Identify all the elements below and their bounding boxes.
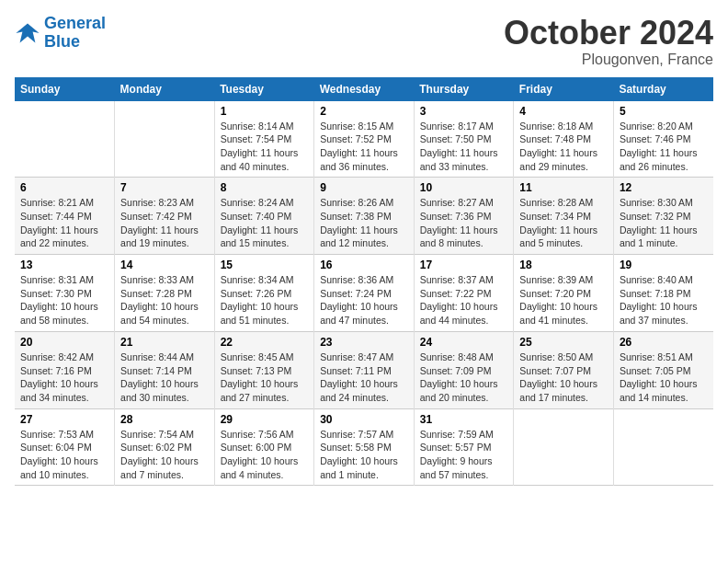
calendar-cell <box>613 408 713 486</box>
day-info: Sunrise: 8:44 AM Sunset: 7:14 PM Dayligh… <box>120 350 209 405</box>
month-title: October 2024 <box>504 15 713 52</box>
calendar-week-row: 13Sunrise: 8:31 AM Sunset: 7:30 PM Dayli… <box>15 255 713 332</box>
day-info: Sunrise: 8:51 AM Sunset: 7:05 PM Dayligh… <box>620 350 708 405</box>
day-number: 18 <box>519 259 608 271</box>
column-header-tuesday: Tuesday <box>214 77 314 101</box>
day-info: Sunrise: 8:48 AM Sunset: 7:09 PM Dayligh… <box>420 350 508 405</box>
column-header-wednesday: Wednesday <box>314 77 415 101</box>
calendar-cell <box>514 408 614 486</box>
day-info: Sunrise: 7:56 AM Sunset: 6:00 PM Dayligh… <box>221 428 309 482</box>
calendar-cell: 25Sunrise: 8:50 AM Sunset: 7:07 PM Dayli… <box>514 331 614 408</box>
day-number: 11 <box>519 181 608 194</box>
day-number: 21 <box>120 336 209 349</box>
calendar-cell: 13Sunrise: 8:31 AM Sunset: 7:30 PM Dayli… <box>15 255 115 332</box>
calendar-cell: 12Sunrise: 8:30 AM Sunset: 7:32 PM Dayli… <box>613 178 713 255</box>
day-number: 5 <box>620 105 708 118</box>
calendar-cell: 4Sunrise: 8:18 AM Sunset: 7:48 PM Daylig… <box>514 101 614 178</box>
day-number: 1 <box>221 105 309 118</box>
calendar-cell <box>15 101 115 178</box>
column-header-monday: Monday <box>115 77 215 101</box>
day-info: Sunrise: 8:21 AM Sunset: 7:44 PM Dayligh… <box>20 196 108 250</box>
day-info: Sunrise: 7:54 AM Sunset: 6:02 PM Dayligh… <box>120 428 209 482</box>
day-info: Sunrise: 8:28 AM Sunset: 7:34 PM Dayligh… <box>519 196 608 250</box>
calendar-cell: 23Sunrise: 8:47 AM Sunset: 7:11 PM Dayli… <box>314 331 415 408</box>
day-info: Sunrise: 8:50 AM Sunset: 7:07 PM Dayligh… <box>519 350 608 405</box>
day-info: Sunrise: 7:59 AM Sunset: 5:57 PM Dayligh… <box>420 428 508 482</box>
calendar-cell: 10Sunrise: 8:27 AM Sunset: 7:36 PM Dayli… <box>414 178 514 255</box>
calendar-header-row: SundayMondayTuesdayWednesdayThursdayFrid… <box>15 77 713 101</box>
calendar-week-row: 1Sunrise: 8:14 AM Sunset: 7:54 PM Daylig… <box>15 101 713 178</box>
calendar-cell: 18Sunrise: 8:39 AM Sunset: 7:20 PM Dayli… <box>514 255 614 332</box>
day-info: Sunrise: 8:33 AM Sunset: 7:28 PM Dayligh… <box>120 273 209 327</box>
calendar-week-row: 27Sunrise: 7:53 AM Sunset: 6:04 PM Dayli… <box>15 408 713 486</box>
day-info: Sunrise: 8:30 AM Sunset: 7:32 PM Dayligh… <box>620 196 708 250</box>
location: Plougonven, France <box>504 52 713 68</box>
page-header: General Blue October 2024 Plougonven, Fr… <box>15 15 713 68</box>
calendar-cell: 31Sunrise: 7:59 AM Sunset: 5:57 PM Dayli… <box>414 408 514 486</box>
day-info: Sunrise: 8:23 AM Sunset: 7:42 PM Dayligh… <box>120 196 209 250</box>
calendar-week-row: 6Sunrise: 8:21 AM Sunset: 7:44 PM Daylig… <box>15 178 713 255</box>
calendar-cell: 3Sunrise: 8:17 AM Sunset: 7:50 PM Daylig… <box>414 101 514 178</box>
day-info: Sunrise: 8:18 AM Sunset: 7:48 PM Dayligh… <box>519 120 608 174</box>
calendar-cell: 29Sunrise: 7:56 AM Sunset: 6:00 PM Dayli… <box>214 408 314 486</box>
day-info: Sunrise: 8:14 AM Sunset: 7:54 PM Dayligh… <box>221 120 309 174</box>
day-number: 3 <box>420 105 508 118</box>
logo: General Blue <box>15 15 106 52</box>
day-number: 9 <box>320 181 408 194</box>
day-number: 28 <box>120 413 209 426</box>
day-info: Sunrise: 8:26 AM Sunset: 7:38 PM Dayligh… <box>320 196 408 250</box>
day-number: 30 <box>320 413 408 426</box>
day-number: 17 <box>420 259 508 271</box>
calendar-cell: 19Sunrise: 8:40 AM Sunset: 7:18 PM Dayli… <box>613 255 713 332</box>
day-info: Sunrise: 8:24 AM Sunset: 7:40 PM Dayligh… <box>221 196 309 250</box>
day-number: 14 <box>120 259 209 271</box>
calendar-cell: 26Sunrise: 8:51 AM Sunset: 7:05 PM Dayli… <box>613 331 713 408</box>
day-info: Sunrise: 8:39 AM Sunset: 7:20 PM Dayligh… <box>519 273 608 327</box>
day-number: 31 <box>420 413 508 426</box>
day-number: 25 <box>519 336 608 349</box>
column-header-friday: Friday <box>514 77 614 101</box>
day-number: 22 <box>221 336 309 349</box>
title-block: October 2024 Plougonven, France <box>504 15 713 68</box>
calendar-cell: 15Sunrise: 8:34 AM Sunset: 7:26 PM Dayli… <box>214 255 314 332</box>
day-number: 12 <box>620 181 708 194</box>
day-info: Sunrise: 8:34 AM Sunset: 7:26 PM Dayligh… <box>221 273 309 327</box>
calendar-cell: 5Sunrise: 8:20 AM Sunset: 7:46 PM Daylig… <box>613 101 713 178</box>
calendar-cell: 28Sunrise: 7:54 AM Sunset: 6:02 PM Dayli… <box>115 408 215 486</box>
day-info: Sunrise: 8:36 AM Sunset: 7:24 PM Dayligh… <box>320 273 408 327</box>
svg-marker-0 <box>16 23 39 42</box>
calendar-cell: 22Sunrise: 8:45 AM Sunset: 7:13 PM Dayli… <box>214 331 314 408</box>
day-info: Sunrise: 8:20 AM Sunset: 7:46 PM Dayligh… <box>620 120 708 174</box>
calendar-cell: 27Sunrise: 7:53 AM Sunset: 6:04 PM Dayli… <box>15 408 115 486</box>
day-info: Sunrise: 8:31 AM Sunset: 7:30 PM Dayligh… <box>20 273 108 327</box>
day-number: 4 <box>519 105 608 118</box>
day-number: 24 <box>420 336 508 349</box>
calendar-cell: 1Sunrise: 8:14 AM Sunset: 7:54 PM Daylig… <box>214 101 314 178</box>
logo-text: General Blue <box>44 15 106 52</box>
calendar-cell: 11Sunrise: 8:28 AM Sunset: 7:34 PM Dayli… <box>514 178 614 255</box>
calendar-cell: 16Sunrise: 8:36 AM Sunset: 7:24 PM Dayli… <box>314 255 415 332</box>
day-number: 19 <box>620 259 708 271</box>
calendar-table: SundayMondayTuesdayWednesdayThursdayFrid… <box>15 77 713 487</box>
day-number: 15 <box>221 259 309 271</box>
calendar-cell: 9Sunrise: 8:26 AM Sunset: 7:38 PM Daylig… <box>314 178 415 255</box>
calendar-cell: 8Sunrise: 8:24 AM Sunset: 7:40 PM Daylig… <box>214 178 314 255</box>
day-number: 20 <box>20 336 108 349</box>
calendar-cell: 30Sunrise: 7:57 AM Sunset: 5:58 PM Dayli… <box>314 408 415 486</box>
day-info: Sunrise: 8:47 AM Sunset: 7:11 PM Dayligh… <box>320 350 408 405</box>
calendar-week-row: 20Sunrise: 8:42 AM Sunset: 7:16 PM Dayli… <box>15 331 713 408</box>
logo-icon <box>15 20 40 46</box>
column-header-saturday: Saturday <box>613 77 713 101</box>
day-info: Sunrise: 7:53 AM Sunset: 6:04 PM Dayligh… <box>20 428 108 482</box>
column-header-thursday: Thursday <box>414 77 514 101</box>
day-number: 29 <box>221 413 309 426</box>
column-header-sunday: Sunday <box>15 77 115 101</box>
day-number: 2 <box>320 105 408 118</box>
day-info: Sunrise: 7:57 AM Sunset: 5:58 PM Dayligh… <box>320 428 408 482</box>
calendar-cell: 20Sunrise: 8:42 AM Sunset: 7:16 PM Dayli… <box>15 331 115 408</box>
calendar-cell: 17Sunrise: 8:37 AM Sunset: 7:22 PM Dayli… <box>414 255 514 332</box>
day-info: Sunrise: 8:40 AM Sunset: 7:18 PM Dayligh… <box>620 273 708 327</box>
day-number: 10 <box>420 181 508 194</box>
day-info: Sunrise: 8:15 AM Sunset: 7:52 PM Dayligh… <box>320 120 408 174</box>
day-info: Sunrise: 8:37 AM Sunset: 7:22 PM Dayligh… <box>420 273 508 327</box>
